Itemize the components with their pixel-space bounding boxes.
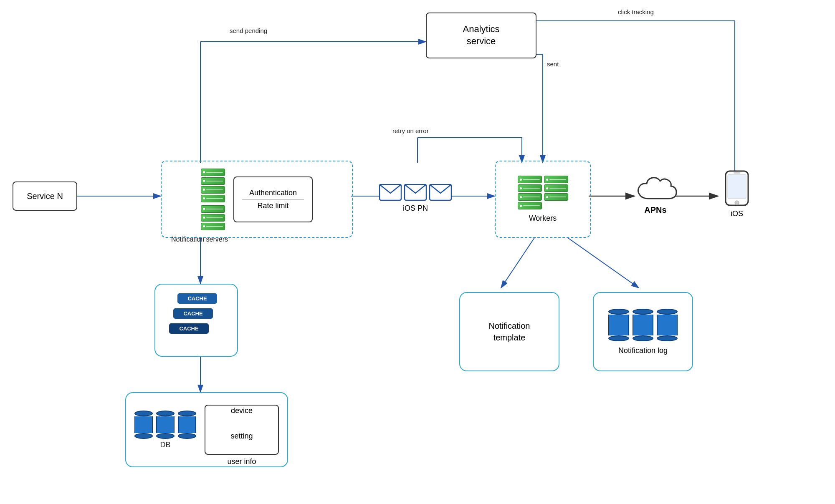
ios-pn-node: iOS PN <box>374 175 457 221</box>
notification-log-node: Notification log <box>593 292 693 371</box>
workers-label: Workers <box>529 214 557 223</box>
svg-point-27 <box>735 201 739 205</box>
workers-server-2 <box>544 176 568 209</box>
auth-label: Authentication <box>249 189 297 197</box>
click-tracking-label: click tracking <box>618 8 654 15</box>
db-cylinder-2 <box>156 411 175 439</box>
service-n-node: Service N <box>13 181 77 211</box>
log-cyl-2 <box>633 309 653 341</box>
db-info-label: device setting user info <box>227 391 256 468</box>
db-cylinder-3 <box>178 411 196 439</box>
svg-line-21 <box>568 238 639 288</box>
cache-item-3: CACHE <box>169 323 209 334</box>
db-node: DB device setting user info <box>125 392 288 467</box>
ios-node: iOS <box>718 167 756 221</box>
ios-pn-label: iOS PN <box>403 204 428 213</box>
notification-template-node: Notification template <box>459 292 559 371</box>
auth-rate-node: Authentication Rate limit <box>233 176 313 222</box>
svg-line-20 <box>501 238 534 288</box>
rate-label: Rate limit <box>257 202 288 210</box>
svg-rect-26 <box>728 174 746 199</box>
db-icons <box>134 411 196 439</box>
ios-label: iOS <box>731 209 743 218</box>
server-icons <box>201 169 225 202</box>
db-info-node: device setting user info <box>205 405 279 455</box>
db-cylinder-1 <box>134 411 153 439</box>
notification-servers-label: Notification servers <box>171 236 225 243</box>
send-pending-label: send pending <box>230 27 267 34</box>
log-cyl-3 <box>657 309 678 341</box>
notification-log-icons <box>608 309 678 341</box>
analytics-service-node: Analytics service <box>426 13 536 58</box>
notification-servers-group: Authentication Rate limit <box>161 161 353 238</box>
mail-icons <box>379 184 452 201</box>
analytics-label: Analytics service <box>463 23 499 47</box>
db-label: DB <box>160 441 170 449</box>
notification-template-label: Notification template <box>489 320 530 343</box>
apns-label: APNs <box>644 205 666 215</box>
log-cyl-1 <box>608 309 629 341</box>
retry-on-error-label: retry on error <box>392 127 429 134</box>
cache-item-2: CACHE <box>173 308 213 319</box>
notification-log-label: Notification log <box>618 346 668 355</box>
svg-rect-28 <box>734 172 740 174</box>
mail-icon-3 <box>429 184 452 201</box>
diagram: Analytics service Service N <box>0 0 835 504</box>
apns-cloud-icon <box>633 174 678 204</box>
ios-phone-icon <box>724 170 749 208</box>
mail-icon-1 <box>379 184 402 201</box>
cache-node: CACHE CACHE CACHE <box>154 284 238 357</box>
service-n-label: Service N <box>27 192 63 201</box>
server-icons-2 <box>201 205 225 230</box>
apns-node: APNs <box>630 171 681 217</box>
cache-item-1: CACHE <box>177 293 217 304</box>
workers-group: Workers <box>495 161 591 238</box>
mail-icon-2 <box>404 184 427 201</box>
workers-server-1 <box>518 176 542 209</box>
sent-label: sent <box>547 60 559 68</box>
cache-stack-container: CACHE CACHE CACHE <box>169 293 223 348</box>
